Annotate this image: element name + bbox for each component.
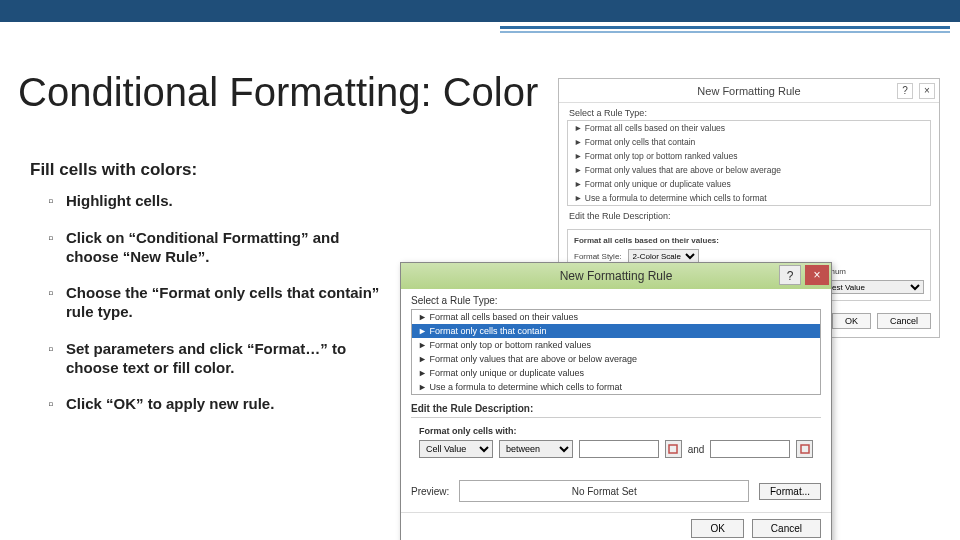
rule-type-item[interactable]: ► Format only top or bottom ranked value…: [568, 149, 930, 163]
preview-label: Preview:: [411, 486, 449, 497]
ok-button[interactable]: OK: [691, 519, 743, 538]
rule-type-item[interactable]: ► Format only top or bottom ranked value…: [412, 338, 820, 352]
dialog-title: New Formatting Rule ? ×: [559, 79, 939, 103]
edit-rule-description-label: Edit the Rule Description:: [559, 206, 939, 223]
help-button[interactable]: ?: [897, 83, 913, 99]
rule-type-item[interactable]: ► Format only unique or duplicate values: [568, 177, 930, 191]
value-to-input[interactable]: [710, 440, 790, 458]
list-item: Click “OK” to apply new rule.: [52, 395, 392, 414]
instruction-list: Highlight cells. Click on “Conditional F…: [52, 192, 392, 432]
cancel-button[interactable]: Cancel: [877, 313, 931, 329]
rule-type-item[interactable]: ► Format only cells that contain: [568, 135, 930, 149]
select-rule-type-label: Select a Rule Type:: [559, 103, 939, 120]
preview-box: No Format Set: [459, 480, 749, 502]
ok-button[interactable]: OK: [832, 313, 871, 329]
svg-rect-1: [801, 445, 809, 453]
value-from-input[interactable]: [579, 440, 659, 458]
rule-type-item[interactable]: ► Format only cells that contain: [412, 324, 820, 338]
svg-rect-0: [669, 445, 677, 453]
rule-type-list[interactable]: ► Format all cells based on their values…: [567, 120, 931, 206]
rule-type-item[interactable]: ► Use a formula to determine which cells…: [568, 191, 930, 205]
close-button[interactable]: ×: [805, 265, 829, 285]
rule-type-item[interactable]: ► Use a formula to determine which cells…: [412, 380, 820, 394]
new-formatting-rule-dialog-front: New Formatting Rule ? × Select a Rule Ty…: [400, 262, 832, 540]
range-picker-icon[interactable]: [665, 440, 682, 458]
rule-type-item[interactable]: ► Format only values that are above or b…: [568, 163, 930, 177]
list-item: Highlight cells.: [52, 192, 392, 211]
close-button[interactable]: ×: [919, 83, 935, 99]
help-button[interactable]: ?: [779, 265, 801, 285]
format-style-select[interactable]: 2-Color Scale: [628, 249, 699, 263]
and-label: and: [688, 444, 705, 455]
rule-type-item[interactable]: ► Format all cells based on their values: [412, 310, 820, 324]
format-style-label: Format Style:: [574, 252, 622, 261]
range-picker-icon[interactable]: [796, 440, 813, 458]
format-button[interactable]: Format...: [759, 483, 821, 500]
condition-operator-select[interactable]: between: [499, 440, 573, 458]
rule-type-item[interactable]: ► Format only values that are above or b…: [412, 352, 820, 366]
list-item: Set parameters and click “Format…” to ch…: [52, 340, 392, 378]
rule-type-item[interactable]: ► Format all cells based on their values: [568, 121, 930, 135]
cancel-button[interactable]: Cancel: [752, 519, 821, 538]
rule-description-box: Format only cells with: Cell Value betwe…: [411, 417, 821, 472]
slide-title: Conditional Formatting: Color: [18, 70, 538, 115]
format-only-cells-with-label: Format only cells with:: [419, 426, 813, 436]
condition-target-select[interactable]: Cell Value: [419, 440, 493, 458]
dialog-title: New Formatting Rule ? ×: [401, 263, 831, 289]
format-all-cells-label: Format all cells based on their values:: [574, 236, 924, 245]
edit-rule-description-label: Edit the Rule Description:: [401, 395, 831, 417]
rule-type-item[interactable]: ► Format only unique or duplicate values: [412, 366, 820, 380]
select-rule-type-label: Select a Rule Type:: [401, 289, 831, 309]
list-item: Choose the “Format only cells that conta…: [52, 284, 392, 322]
slide-top-bar: [0, 0, 960, 28]
slide-subtitle: Fill cells with colors:: [30, 160, 197, 180]
list-item: Click on “Conditional Formatting” and ch…: [52, 229, 392, 267]
rule-type-list[interactable]: ► Format all cells based on their values…: [411, 309, 821, 395]
